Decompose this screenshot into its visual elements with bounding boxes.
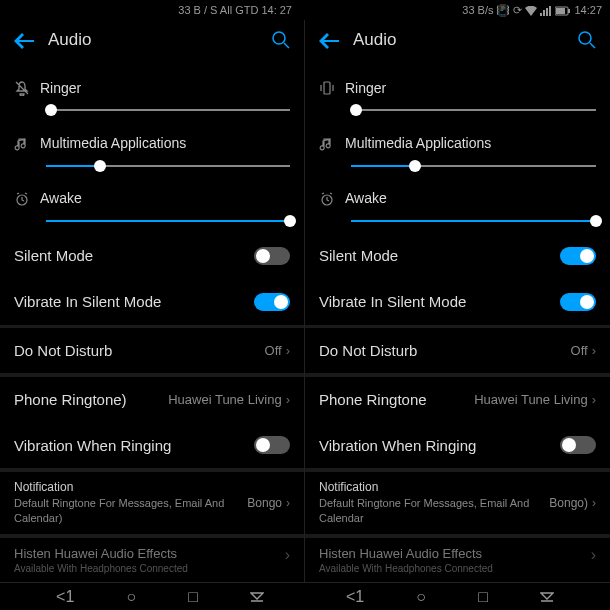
silent-toggle[interactable] (254, 247, 290, 265)
ringer-slider[interactable] (46, 102, 290, 118)
slider-thumb[interactable] (590, 215, 602, 227)
silent-label: Silent Mode (14, 247, 93, 264)
slider-thumb[interactable] (409, 160, 421, 172)
sync-icon: ⟳ (513, 4, 522, 17)
back-button[interactable] (14, 28, 34, 51)
slider-thumb[interactable] (94, 160, 106, 172)
vibrate-toggle[interactable] (254, 293, 290, 311)
music-icon (14, 134, 30, 151)
awake-slider[interactable] (46, 213, 290, 229)
chevron-right-icon: › (286, 343, 290, 358)
svg-line-7 (590, 43, 595, 48)
slider-thumb[interactable] (350, 104, 362, 116)
alarm-icon (319, 190, 335, 207)
svg-point-3 (273, 32, 285, 44)
page-title: Audio (48, 30, 258, 50)
ringtone-value: Huawei Tune Living (168, 392, 281, 407)
vibrate-toggle[interactable] (560, 293, 596, 311)
battery-icon (555, 4, 571, 16)
ringtone-value: Huawei Tune Living (474, 392, 587, 407)
notification-title: Notification (319, 480, 549, 494)
status-time: 14:27 (574, 4, 602, 16)
ringer-label: Ringer (40, 80, 81, 96)
alarm-icon (14, 190, 30, 207)
vibrate-row: Vibrate In Silent Mode (0, 279, 304, 325)
svg-point-6 (579, 32, 591, 44)
vwr-toggle[interactable] (254, 436, 290, 454)
notification-subtitle: Default Ringtone For Messages, Email And… (319, 496, 549, 527)
awake-label: Awake (345, 190, 387, 206)
recent-apps-button[interactable]: □ (478, 588, 488, 606)
silent-mode-row: Silent Mode (305, 233, 610, 279)
ringer-label: Ringer (345, 80, 386, 96)
signal-icon (540, 4, 552, 16)
nav-left-text[interactable]: <1 (56, 588, 74, 606)
dnd-value: Off (571, 343, 588, 358)
chevron-right-icon: › (592, 496, 596, 510)
effects-subtitle: Available With Headphones Connected (319, 563, 591, 574)
ringtone-label: Phone Ringtone (319, 391, 427, 408)
svg-line-4 (284, 43, 289, 48)
ringtone-label: Phone Ringtone) (14, 391, 127, 408)
panel-left: Audio Ringer Multimedia Applica (0, 20, 305, 582)
vibrate-label: Vibrate In Silent Mode (319, 293, 466, 310)
home-button[interactable]: ○ (126, 588, 136, 606)
silent-toggle[interactable] (560, 247, 596, 265)
slider-thumb[interactable] (284, 215, 296, 227)
vwr-label: Vibration When Ringing (319, 437, 476, 454)
dnd-row[interactable]: Do Not Disturb Off› (305, 328, 610, 373)
panel-right: Audio Ringer Multimedia Applica (305, 20, 610, 582)
vwr-label: Vibration When Ringing (14, 437, 171, 454)
dnd-label: Do Not Disturb (14, 342, 112, 359)
status-right: 33 B/s 📳 ⟳ 14:27 (462, 4, 602, 17)
notification-title: Notification (14, 480, 247, 494)
vibrate-icon: 📳 (496, 4, 510, 17)
vibrate-device-icon (319, 79, 335, 96)
slider-thumb[interactable] (45, 104, 57, 116)
nav-bar: <1 ○ □ <1 ○ □ (0, 582, 610, 610)
dnd-row[interactable]: Do Not Disturb Off› (0, 328, 304, 373)
ringtone-row[interactable]: Phone Ringtone Huawei Tune Living› (305, 377, 610, 422)
notification-row[interactable]: Notification Default Ringtone For Messag… (0, 472, 304, 535)
search-icon[interactable] (272, 29, 290, 50)
header-left: Audio (0, 20, 304, 59)
effects-subtitle: Available With Headphones Connected (14, 563, 285, 574)
multimedia-slider[interactable] (351, 158, 596, 174)
status-bar: 33 B / S All GTD 14: 27 33 B/s 📳 ⟳ 14:27 (0, 0, 610, 20)
silent-label: Silent Mode (319, 247, 398, 264)
menu-icon[interactable] (250, 588, 264, 606)
menu-icon[interactable] (540, 588, 554, 606)
header-right: Audio (305, 20, 610, 59)
chevron-right-icon: › (591, 546, 596, 564)
svg-rect-1 (556, 8, 565, 14)
home-button[interactable]: ○ (416, 588, 426, 606)
recent-apps-button[interactable]: □ (188, 588, 198, 606)
audio-effects-row[interactable]: Histen Huawei Audio Effects Available Wi… (305, 538, 610, 582)
silent-mode-row: Silent Mode (0, 233, 304, 279)
ringer-slider[interactable] (351, 102, 596, 118)
multimedia-slider[interactable] (46, 158, 290, 174)
notification-value: Bongo (247, 496, 282, 510)
ringer-mute-icon (14, 79, 30, 96)
dnd-value: Off (265, 343, 282, 358)
notification-row[interactable]: Notification Default Ringtone For Messag… (305, 472, 610, 535)
awake-slider[interactable] (351, 213, 596, 229)
vwr-toggle[interactable] (560, 436, 596, 454)
back-button[interactable] (319, 28, 339, 51)
chevron-right-icon: › (286, 392, 290, 407)
ringtone-row[interactable]: Phone Ringtone) Huawei Tune Living› (0, 377, 304, 422)
chevron-right-icon: › (592, 343, 596, 358)
notification-value: Bongo) (549, 496, 588, 510)
multimedia-label: Multimedia Applications (40, 135, 186, 151)
nav-right-text[interactable]: <1 (346, 588, 364, 606)
wifi-icon (525, 4, 537, 16)
notification-subtitle: Default Ringtone For Messages, Email And… (14, 496, 247, 527)
multimedia-label: Multimedia Applications (345, 135, 491, 151)
page-title: Audio (353, 30, 564, 50)
search-icon[interactable] (578, 29, 596, 50)
effects-title: Histen Huawei Audio Effects (14, 546, 285, 561)
audio-effects-row[interactable]: Histen Huawei Audio Effects Available Wi… (0, 538, 304, 582)
awake-label: Awake (40, 190, 82, 206)
vibrate-row: Vibrate In Silent Mode (305, 279, 610, 325)
chevron-right-icon: › (286, 496, 290, 510)
